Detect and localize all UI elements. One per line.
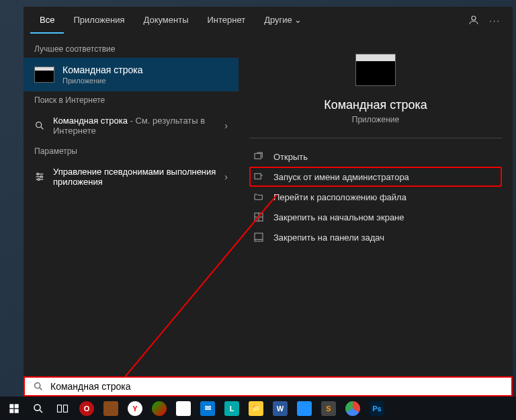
- search-icon: [33, 381, 44, 392]
- result-text: Командная строка - См. результаты в Инте…: [53, 116, 216, 136]
- svg-point-8: [38, 179, 40, 181]
- svg-line-18: [40, 388, 42, 390]
- taskbar-app-green[interactable]: [148, 398, 171, 419]
- shield-icon: [253, 171, 264, 182]
- preview-title: Командная строка: [249, 98, 502, 112]
- tab-more-label: Другие: [264, 15, 292, 25]
- taskbar-app-colorful[interactable]: ✻: [172, 398, 195, 419]
- feedback-icon[interactable]: [468, 14, 480, 26]
- tab-docs[interactable]: Документы: [134, 7, 198, 34]
- taskbar-app-explorer[interactable]: 📁: [245, 398, 267, 419]
- result-title: Командная строка: [62, 65, 228, 75]
- tab-all[interactable]: Все: [30, 7, 64, 34]
- taskbar: O Y ✻ ✉ L 📁 W S Ps: [0, 396, 516, 420]
- svg-rect-21: [9, 409, 13, 413]
- search-icon: [34, 120, 45, 131]
- chevron-right-icon: ›: [224, 171, 228, 182]
- svg-rect-19: [9, 404, 13, 408]
- task-view[interactable]: [51, 398, 74, 419]
- pin-start-icon: [253, 212, 264, 222]
- result-cmd[interactable]: Командная строка Приложение: [24, 58, 239, 91]
- action-pin-taskbar[interactable]: Закрепить на панели задач: [249, 227, 502, 247]
- cmd-preview-icon: [355, 54, 396, 86]
- search-content: Лучшее соответствие Командная строка При…: [24, 34, 513, 376]
- cmd-icon: [34, 67, 54, 83]
- action-open-location-label: Перейти к расположению файла: [273, 192, 406, 202]
- search-tabs: Все Приложения Документы Интернет Другие…: [24, 7, 513, 34]
- tab-apps[interactable]: Приложения: [64, 7, 134, 34]
- svg-rect-25: [58, 405, 62, 412]
- section-web: Поиск в Интернете: [24, 91, 239, 109]
- svg-rect-26: [64, 405, 68, 412]
- taskbar-app-opera[interactable]: O: [75, 398, 98, 419]
- svg-rect-22: [15, 409, 19, 413]
- svg-point-0: [472, 16, 476, 20]
- settings-result-title: Управление псевдонимами выполнения прило…: [53, 167, 216, 187]
- chevron-down-icon: ⌄: [294, 15, 302, 25]
- preview-subtitle: Приложение: [249, 115, 502, 138]
- action-pin-start[interactable]: Закрепить на начальном экране: [249, 207, 502, 227]
- more-icon[interactable]: ···: [489, 15, 501, 26]
- svg-rect-14: [255, 233, 263, 241]
- sliders-icon: [34, 171, 45, 182]
- chevron-right-icon: ›: [224, 120, 228, 131]
- svg-rect-10: [255, 173, 261, 179]
- result-web[interactable]: Командная строка - См. результаты в Инте…: [24, 109, 239, 142]
- section-best-match: Лучшее соответствие: [24, 40, 239, 58]
- search-input-box[interactable]: [24, 376, 513, 396]
- results-pane: Лучшее соответствие Командная строка При…: [24, 34, 239, 376]
- action-open[interactable]: Открыть: [249, 146, 502, 167]
- svg-point-6: [37, 173, 39, 175]
- taskbar-app-photoshop[interactable]: Ps: [366, 398, 388, 419]
- pin-taskbar-icon: [253, 232, 264, 243]
- result-text: Командная строка Приложение: [62, 65, 228, 85]
- result-settings-alias[interactable]: Управление псевдонимами выполнения прило…: [24, 160, 239, 194]
- search-input[interactable]: [50, 381, 503, 392]
- action-run-admin-label: Запуск от имени администратора: [273, 172, 409, 182]
- action-pin-start-label: Закрепить на начальном экране: [273, 212, 404, 222]
- action-open-location[interactable]: Перейти к расположению файла: [249, 187, 502, 207]
- svg-rect-9: [255, 153, 261, 159]
- result-text: Управление псевдонимами выполнения прило…: [53, 167, 216, 187]
- actions-list: Открыть Запуск от имени администратора П…: [249, 146, 502, 247]
- svg-point-23: [34, 405, 40, 411]
- taskbar-app-chrome[interactable]: [341, 398, 364, 419]
- taskbar-app-blue[interactable]: [293, 398, 316, 419]
- tab-web[interactable]: Интернет: [198, 7, 255, 34]
- taskbar-app-sublime[interactable]: S: [317, 398, 340, 419]
- svg-rect-20: [15, 404, 19, 408]
- start-search-panel: Все Приложения Документы Интернет Другие…: [24, 7, 513, 376]
- taskbar-app-folder[interactable]: [99, 398, 122, 419]
- tab-more[interactable]: Другие ⌄: [255, 7, 311, 34]
- action-run-as-admin[interactable]: Запуск от имени администратора: [249, 167, 502, 187]
- action-pin-taskbar-label: Закрепить на панели задач: [273, 233, 384, 243]
- action-open-label: Открыть: [273, 152, 308, 162]
- taskbar-app-l[interactable]: L: [220, 398, 243, 419]
- taskbar-search[interactable]: [27, 398, 50, 419]
- start-button[interactable]: [3, 398, 26, 419]
- result-subtitle: Приложение: [62, 77, 228, 85]
- folder-icon: [253, 192, 264, 202]
- svg-point-17: [35, 383, 40, 388]
- svg-point-7: [40, 176, 42, 178]
- taskbar-app-word[interactable]: W: [269, 398, 292, 419]
- svg-line-24: [40, 410, 42, 413]
- svg-point-1: [36, 122, 42, 128]
- taskbar-app-mail[interactable]: ✉: [196, 398, 219, 419]
- web-result-prefix: Командная строка: [53, 116, 128, 126]
- taskbar-app-yandex[interactable]: Y: [124, 398, 146, 419]
- svg-line-2: [41, 127, 43, 129]
- preview-pane: Командная строка Приложение Открыть Запу…: [239, 34, 513, 376]
- section-settings: Параметры: [24, 142, 239, 160]
- open-icon: [253, 151, 264, 162]
